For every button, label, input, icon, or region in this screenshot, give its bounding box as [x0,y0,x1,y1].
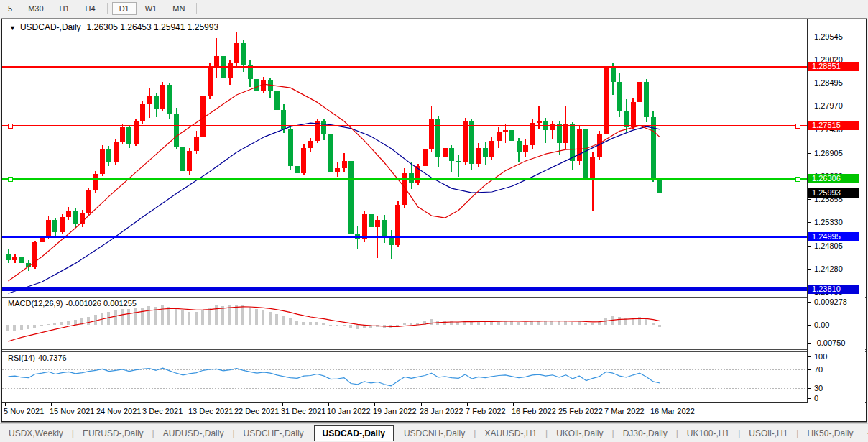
candle-body [483,148,488,157]
price-tick [808,37,811,37]
macd-tick [808,343,811,344]
candle-body [657,179,662,193]
timeframe-button-5[interactable]: 5 [1,2,19,15]
candle-body [469,121,474,165]
mt4-app: { "toolbar": { "periods": [ {"label":"5"… [0,0,868,442]
chart-tab-usoilh1[interactable]: USOil-,H1 [740,425,796,441]
macd-histogram-bar [121,309,124,325]
chart-tab-xauusdh1[interactable]: XAUUSD-,H1 [476,425,545,441]
macd-histogram-bar [167,307,170,325]
macd-label: MACD(12,26,9)-0.001026 0.001255 [8,299,139,308]
chart-tab-eurusddaily[interactable]: EURUSD-,Daily [74,425,152,441]
price-axis[interactable]: 1.295451.290201.284951.279701.274301.269… [808,19,865,403]
time-tick-label: 22 Dec 2021 [234,407,279,415]
timeframe-button-w1[interactable]: W1 [138,2,165,15]
time-tick-label: 16 Mar 2022 [650,407,695,415]
macd-histogram-bar [269,312,272,325]
candle-body [140,104,145,121]
rsi-tick-label: 30 [814,384,823,392]
macd-histogram-bar [315,322,318,325]
chart-tab-usdcnhdaily[interactable]: USDCNH-,Daily [395,425,474,441]
timeframe-button-h4[interactable]: H4 [78,2,103,15]
rsi-tick [808,369,811,370]
macd-histogram-bar [255,309,258,324]
rsi-pane[interactable]: RSI(14)40.7376 [2,352,807,402]
timeframe-toolbar[interactable]: 5M30H1H4D1W1MN [0,0,868,17]
candle-body [342,161,347,168]
line-drag-handle[interactable] [795,124,800,128]
time-tick [560,403,560,406]
macd-histogram-bar [645,319,647,324]
time-axis[interactable]: 5 Nov 202115 Nov 202124 Nov 20213 Dec 20… [2,403,866,420]
macd-histogram-bar [322,323,325,324]
price-tick [808,269,811,270]
candle-body [52,220,57,232]
candle-body [234,43,239,63]
chart-tab-hk50daily[interactable]: HK50-,Daily [798,425,862,441]
candle-body [288,129,293,166]
toolbar-divider [196,3,197,14]
chart-window[interactable]: ▼USDCAD-,Daily1.26305 1.26453 1.25941 1.… [1,19,867,422]
candle-body [335,168,340,172]
candle-body [503,130,508,132]
line-drag-handle[interactable] [8,124,12,128]
candle-body [180,147,185,171]
time-tick [328,403,329,406]
macd-histogram-bar [558,321,560,324]
time-tick [606,403,606,406]
time-tick-label: 25 Feb 2022 [558,407,603,415]
candle-body [46,220,51,236]
chart-tab-dj30daily[interactable]: DJ30-,Daily [614,425,676,441]
time-tick-label: 31 Dec 2021 [281,407,326,415]
candle-body [463,121,468,163]
chart-tab-audusddaily[interactable]: AUDUSD-,Daily [154,425,233,441]
macd-histogram-bar [396,325,399,326]
macd-histogram-bar [652,323,655,324]
line-drag-handle[interactable] [795,177,800,181]
price-pane[interactable]: ▼USDCAD-,Daily1.26305 1.26453 1.25941 1.… [2,19,807,295]
macd-histogram-bar [275,314,278,325]
candle-body [86,190,91,213]
macd-signal-line [9,307,660,341]
macd-histogram-bar [208,308,211,324]
timeframe-button-h1[interactable]: H1 [52,2,77,15]
candlestick-chart[interactable] [2,19,807,295]
candle-body [435,119,440,157]
chart-ohlc-values: 1.26305 1.26453 1.25941 1.25993 [87,22,219,32]
macd-histogram-bar [336,325,338,326]
candle-body [187,151,192,171]
macd-histogram-bar [161,305,164,324]
candle-body [362,214,367,240]
price-level-badge: 1.23810 [808,285,859,294]
time-tick [236,403,236,406]
rsi-line [9,368,660,386]
chart-tabs: USDX,Weekly|EURUSD-,Daily|AUDUSD-,Daily|… [0,424,862,442]
macd-pane[interactable]: MACD(12,26,9)-0.001026 0.001255 [2,298,807,349]
timeframe-button-d1[interactable]: D1 [112,2,137,15]
chart-tab-usdchfdaily[interactable]: USDCHF-,Daily [235,425,313,441]
time-tick-label: 19 Jan 2022 [373,407,417,415]
candle-body [429,119,434,149]
candle-body [402,173,407,206]
rsi-label: RSI(14)40.7376 [8,354,70,362]
candle-body [409,173,414,183]
candle-body [254,79,259,91]
time-tick [190,403,190,406]
chart-tab-uk100h1[interactable]: UK100-,H1 [678,425,738,441]
chart-tab-usdcaddaily[interactable]: USDCAD-,Daily [314,425,394,441]
candle-body [321,121,326,134]
candle-body [509,130,514,141]
rsi-tick [808,388,811,389]
line-drag-handle[interactable] [8,177,12,181]
timeframe-button-mn[interactable]: MN [165,2,192,15]
timeframe-button-m30[interactable]: M30 [21,2,50,15]
macd-histogram-bar [221,306,224,324]
chart-tab-usdxweekly[interactable]: USDX,Weekly [0,425,72,441]
time-tick-label: 24 Nov 2021 [96,407,141,415]
candle-body [100,149,105,175]
macd-histogram-bar [127,309,130,324]
time-tick-label: 7 Mar 2022 [604,407,645,415]
chart-tab-ukoildaily[interactable]: UKOil-,Daily [548,425,611,441]
rsi-chart[interactable] [2,352,807,402]
candle-body [604,67,609,134]
